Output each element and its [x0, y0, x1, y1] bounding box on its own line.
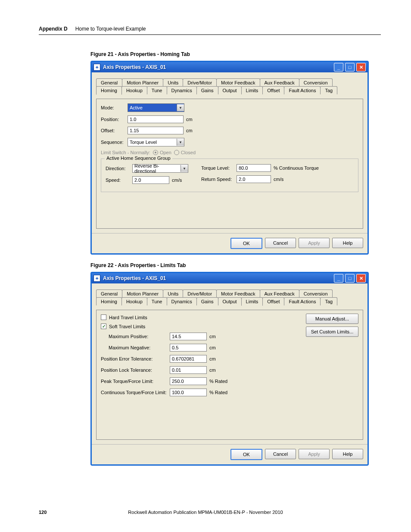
- publication-line: Rockwell Automation Publication MPMA-UM0…: [0, 510, 411, 515]
- dialog-limits: ✦ Axis Properties - AXIS_01 _ □ ✕ Genera…: [90, 272, 369, 466]
- titlebar[interactable]: ✦ Axis Properties - AXIS_01 _ □ ✕: [92, 62, 367, 72]
- figure-caption: Figure 22 - Axis Properties - Limits Tab: [90, 262, 381, 268]
- tab-motor-feedback[interactable]: Motor Feedback: [216, 78, 260, 87]
- page-header: Appendix D Home to Torque-level Example: [39, 26, 381, 35]
- appendix-subtitle: Home to Torque-level Example: [75, 26, 146, 32]
- field-input[interactable]: [170, 366, 207, 374]
- tab-fault-actions[interactable]: Fault Actions: [284, 297, 321, 305]
- position-input[interactable]: [128, 115, 184, 123]
- figure-caption: Figure 21 - Axis Properties - Homing Tab: [90, 51, 381, 57]
- tab-output[interactable]: Output: [218, 86, 242, 94]
- help-button[interactable]: Help: [332, 449, 363, 459]
- tab-motion-planner[interactable]: Motion Planner: [122, 289, 163, 298]
- tab-motor-feedback[interactable]: Motor Feedback: [216, 289, 260, 298]
- tab-gains[interactable]: Gains: [196, 86, 218, 94]
- tab-conversion[interactable]: Conversion: [299, 289, 333, 298]
- chevron-down-icon[interactable]: ▼: [181, 165, 188, 172]
- tab-general[interactable]: General: [96, 289, 122, 298]
- field-label: Maximum Negative:: [109, 345, 170, 350]
- tab-tag[interactable]: Tag: [320, 86, 337, 94]
- tab-aux-feedback[interactable]: Aux Feedback: [260, 78, 299, 87]
- help-button[interactable]: Help: [332, 238, 363, 248]
- apply-button[interactable]: Apply: [299, 449, 330, 459]
- home-sequence-group: Active Home Sequence Group Direction: Re…: [101, 159, 358, 192]
- tab-offset[interactable]: Offset: [262, 86, 284, 94]
- apply-button[interactable]: Apply: [299, 238, 330, 248]
- offset-unit: cm: [186, 128, 193, 133]
- mode-select[interactable]: Active ▼: [128, 103, 184, 112]
- close-button[interactable]: ✕: [356, 63, 366, 72]
- tab-drive-motor[interactable]: Drive/Motor: [183, 289, 217, 298]
- tab-hookup[interactable]: Hookup: [121, 86, 147, 94]
- field-input[interactable]: [170, 355, 207, 363]
- tab-units[interactable]: Units: [163, 289, 183, 298]
- field-unit: % Rated: [209, 390, 227, 395]
- radio-closed: [174, 150, 179, 155]
- tab-units[interactable]: Units: [163, 78, 183, 87]
- tab-tune[interactable]: Tune: [147, 297, 167, 305]
- tab-gains[interactable]: Gains: [196, 297, 218, 305]
- tab-aux-feedback[interactable]: Aux Feedback: [260, 289, 299, 298]
- field-input[interactable]: [170, 344, 207, 352]
- tab-tune[interactable]: Tune: [147, 86, 167, 94]
- set-custom-limits-button[interactable]: Set Custom Limits...: [306, 327, 358, 337]
- tab-dynamics[interactable]: Dynamics: [167, 297, 197, 305]
- offset-input[interactable]: [128, 127, 184, 134]
- tab-dynamics[interactable]: Dynamics: [167, 86, 197, 94]
- speed-input[interactable]: [132, 176, 169, 184]
- dialog-buttons: OK Cancel Apply Help: [92, 444, 367, 464]
- tabs: GeneralMotion PlannerUnitsDrive/MotorMot…: [96, 289, 363, 305]
- field-input[interactable]: [170, 333, 207, 340]
- field-unit: cm: [209, 356, 216, 361]
- tab-limits[interactable]: Limits: [241, 297, 263, 306]
- tab-output[interactable]: Output: [218, 297, 242, 305]
- page-footer: 120 Rockwell Automation Publication MPMA…: [0, 510, 411, 515]
- tab-motion-planner[interactable]: Motion Planner: [122, 78, 163, 87]
- titlebar[interactable]: ✦ Axis Properties - AXIS_01 _ □ ✕: [92, 273, 367, 283]
- tab-tag[interactable]: Tag: [320, 297, 337, 305]
- tab-drive-motor[interactable]: Drive/Motor: [183, 78, 217, 87]
- field-label: Position Lock Tolerance:: [101, 367, 170, 373]
- field-label: Maximum Positive:: [109, 334, 170, 339]
- minimize-button[interactable]: _: [334, 63, 343, 72]
- tab-conversion[interactable]: Conversion: [299, 78, 333, 87]
- direction-select[interactable]: Reverse Bi-directional ▼: [132, 164, 188, 173]
- tab-offset[interactable]: Offset: [262, 297, 284, 305]
- field-unit: cm: [209, 345, 216, 350]
- cancel-button[interactable]: Cancel: [265, 238, 296, 248]
- window-title: Axis Properties - AXIS_01: [102, 64, 332, 70]
- offset-label: Offset:: [101, 128, 128, 133]
- field-input[interactable]: [170, 389, 207, 396]
- tab-panel: Manual Adjust... Set Custom Limits... Ha…: [96, 310, 363, 440]
- sequence-select[interactable]: Torque Level ▼: [128, 138, 184, 146]
- mode-label: Mode:: [101, 105, 128, 110]
- tab-general[interactable]: General: [96, 78, 122, 87]
- hard-limits-checkbox[interactable]: [101, 314, 106, 320]
- tab-homing[interactable]: Homing: [96, 297, 122, 305]
- page-number: 120: [39, 510, 47, 515]
- minimize-button[interactable]: _: [334, 274, 343, 283]
- soft-limits-checkbox[interactable]: [101, 324, 106, 329]
- field-label: Peak Torque/Force Limit:: [101, 379, 170, 384]
- maximize-button[interactable]: □: [345, 63, 355, 72]
- tab-limits[interactable]: Limits: [241, 86, 263, 94]
- tab-homing[interactable]: Homing: [96, 86, 122, 95]
- return-speed-input[interactable]: [237, 175, 271, 183]
- ok-button[interactable]: OK: [230, 449, 262, 460]
- ok-button[interactable]: OK: [230, 238, 262, 249]
- chevron-down-icon[interactable]: ▼: [177, 104, 184, 111]
- field-label: Continuous Torque/Force Limit:: [101, 390, 170, 395]
- dialog-homing: ✦ Axis Properties - AXIS_01 _ □ ✕ Genera…: [90, 61, 369, 255]
- tab-hookup[interactable]: Hookup: [121, 297, 147, 305]
- close-button[interactable]: ✕: [356, 274, 366, 283]
- field-input[interactable]: [170, 377, 207, 385]
- chevron-down-icon[interactable]: ▼: [177, 139, 184, 146]
- manual-adjust-button[interactable]: Manual Adjust...: [306, 314, 358, 324]
- maximize-button[interactable]: □: [345, 274, 355, 283]
- app-icon: ✦: [93, 64, 100, 71]
- tab-fault-actions[interactable]: Fault Actions: [284, 86, 321, 94]
- hard-limits-label: Hard Travel Limits: [109, 315, 147, 320]
- cancel-button[interactable]: Cancel: [265, 449, 296, 459]
- torque-input[interactable]: [237, 164, 271, 172]
- tab-panel: Mode: Active ▼ Position: cm Offset: cm S…: [96, 99, 363, 229]
